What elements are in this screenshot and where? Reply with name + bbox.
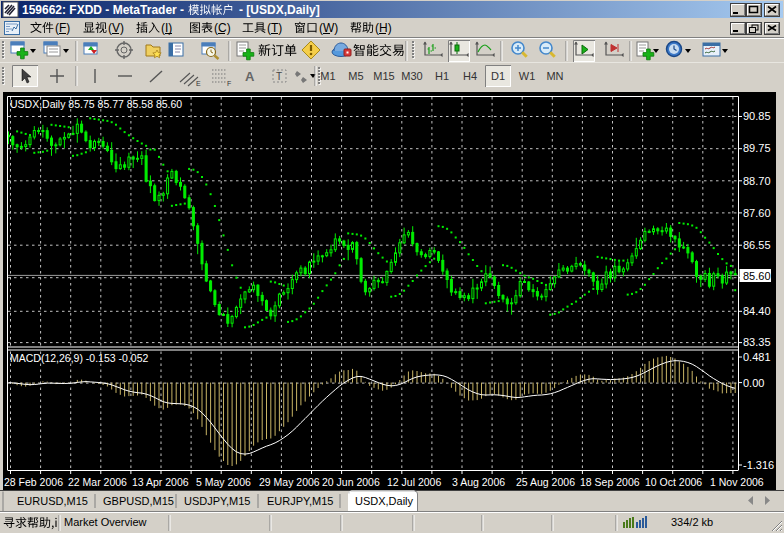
svg-text:USDJPY,M15: USDJPY,M15 [184, 495, 250, 507]
svg-text:159662: FXDD - MetaTrader -: 159662: FXDD - MetaTrader - [22, 3, 184, 17]
svg-text:0.481: 0.481 [743, 351, 771, 363]
svg-text:(W): (W) [319, 21, 338, 35]
svg-text:1 Nov 2006: 1 Nov 2006 [710, 476, 764, 488]
svg-text:89.75: 89.75 [743, 142, 771, 154]
svg-text:(T): (T) [267, 21, 282, 35]
svg-text:84.40: 84.40 [743, 305, 771, 317]
svg-text:USDX,Daily 85.75 85.77 85.58: USDX,Daily 85.75 85.77 85.58 85.60 [10, 98, 182, 110]
svg-text:83.35: 83.35 [743, 336, 771, 348]
svg-text:-1.316: -1.316 [743, 459, 774, 471]
svg-text:(H): (H) [375, 21, 392, 35]
svg-text:29 May 2006: 29 May 2006 [259, 476, 320, 488]
svg-text:28 Feb 2006: 28 Feb 2006 [4, 476, 63, 488]
svg-text:334/2 kb: 334/2 kb [671, 516, 713, 528]
svg-text:5 May 2006: 5 May 2006 [196, 476, 251, 488]
svg-text:85.60: 85.60 [743, 270, 771, 282]
svg-text:20 Jun 2006: 20 Jun 2006 [322, 476, 380, 488]
svg-text:90.85: 90.85 [743, 110, 771, 122]
svg-text:EURUSD,M15: EURUSD,M15 [17, 495, 88, 507]
svg-text:3 Aug 2006: 3 Aug 2006 [452, 476, 505, 488]
svg-text:F: F [227, 80, 231, 87]
svg-text:22 Mar 2006: 22 Mar 2006 [68, 476, 127, 488]
svg-text:M15: M15 [373, 70, 394, 82]
svg-text:- [USDX,Daily]: - [USDX,Daily] [239, 3, 320, 17]
svg-text:GBPUSD,M15: GBPUSD,M15 [103, 495, 174, 507]
svg-text:87.60: 87.60 [743, 207, 771, 219]
svg-text:Market Overview: Market Overview [64, 516, 147, 528]
svg-text:D1: D1 [491, 70, 505, 82]
svg-text:T: T [276, 71, 282, 82]
svg-text:10 Oct 2006: 10 Oct 2006 [645, 476, 702, 488]
svg-text:W1: W1 [519, 70, 536, 82]
svg-text:EURJPY,M15: EURJPY,M15 [267, 495, 333, 507]
svg-text:88.70: 88.70 [743, 175, 771, 187]
svg-text:MN: MN [546, 70, 563, 82]
svg-text:A: A [245, 69, 255, 84]
svg-text:M1: M1 [320, 70, 335, 82]
svg-text:86.55: 86.55 [743, 239, 771, 251]
svg-text:E: E [196, 80, 201, 87]
svg-text:H4: H4 [463, 70, 477, 82]
svg-text:13 Apr 2006: 13 Apr 2006 [132, 476, 189, 488]
svg-text:25 Aug 2006: 25 Aug 2006 [516, 476, 575, 488]
svg-text:MACD(12,26,9) -0.153 -0.052: MACD(12,26,9) -0.153 -0.052 [10, 352, 148, 364]
svg-text:0.00: 0.00 [743, 377, 764, 389]
svg-text:M5: M5 [348, 70, 363, 82]
svg-text:(V): (V) [108, 21, 124, 35]
svg-text:12 Jul 2006: 12 Jul 2006 [387, 476, 441, 488]
svg-text:18 Sep 2006: 18 Sep 2006 [580, 476, 640, 488]
svg-text:(I): (I) [161, 21, 172, 35]
svg-text:(C): (C) [214, 21, 231, 35]
svg-text:M30: M30 [401, 70, 422, 82]
svg-text:USDX,Daily: USDX,Daily [355, 495, 414, 507]
svg-text:(F): (F) [55, 21, 70, 35]
svg-text:H1: H1 [435, 70, 449, 82]
